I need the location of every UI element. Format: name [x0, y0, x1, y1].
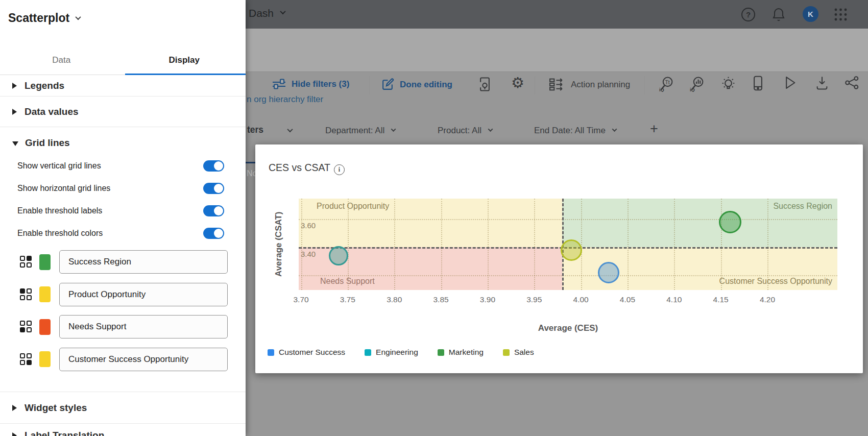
- done-editing-button[interactable]: Done editing: [381, 78, 452, 91]
- toggle-switch[interactable]: [203, 183, 224, 194]
- section-label: Legends: [25, 80, 64, 91]
- toggle-switch[interactable]: [203, 205, 224, 216]
- vertical-gridline: [581, 199, 582, 290]
- quadrant-cell: [27, 256, 32, 261]
- tab-data[interactable]: Data: [0, 46, 123, 75]
- bubble-engineering[interactable]: [329, 246, 348, 265]
- svg-text:iQ: iQ: [690, 87, 695, 92]
- region-color-swatch[interactable]: [39, 286, 51, 302]
- toggle-knob: [214, 206, 223, 215]
- hide-filters-button[interactable]: Hide filters (3): [272, 78, 349, 90]
- region-row: [0, 348, 246, 371]
- user-avatar[interactable]: K: [803, 6, 818, 22]
- horizontal-gridline: [299, 275, 837, 276]
- legend-item[interactable]: Marketing: [438, 348, 484, 357]
- lightbulb-icon[interactable]: [721, 76, 736, 91]
- info-icon[interactable]: i: [334, 164, 345, 175]
- quadrant-position-icon[interactable]: [20, 321, 32, 333]
- filters-menu-fragment[interactable]: ters: [247, 125, 292, 135]
- edit-pencil-icon: [381, 78, 394, 91]
- bubble-customer-success[interactable]: [598, 262, 619, 283]
- quadrant-position-icon[interactable]: [20, 288, 32, 301]
- region-name-input[interactable]: [59, 315, 228, 338]
- dashboard-name: Dash: [249, 7, 274, 19]
- filter-dropdown[interactable]: Product: All: [438, 126, 492, 136]
- y-tick-label: 3.40: [301, 250, 316, 258]
- quadrant-cell: [20, 288, 25, 294]
- quadrant-position-icon[interactable]: [20, 353, 32, 366]
- page-insights-icon[interactable]: [479, 77, 491, 91]
- done-editing-label: Done editing: [400, 80, 452, 90]
- legend-label: Engineering: [376, 348, 418, 357]
- vertical-gridline: [534, 199, 535, 290]
- org-hierarchy-filter-link[interactable]: n org hierarchy filter: [247, 94, 323, 105]
- download-icon[interactable]: [815, 76, 829, 90]
- widget-type-menu[interactable]: Scatterplot: [8, 11, 80, 25]
- share-icon[interactable]: [845, 76, 859, 89]
- region-name-input[interactable]: [59, 250, 228, 274]
- region-color-swatch[interactable]: [39, 319, 51, 335]
- x-tick-label: 3.75: [340, 295, 355, 304]
- app-grid-icon[interactable]: [834, 8, 848, 23]
- quadrant-cell: [20, 360, 25, 365]
- toggle-label: Enable threshold labels: [17, 206, 102, 215]
- quadrant-cell: [20, 353, 25, 358]
- settings-gear-icon[interactable]: ⚙: [511, 76, 524, 90]
- section-label-translation[interactable]: Label Translation: [0, 430, 246, 436]
- collapsed-arrow-icon: [12, 432, 17, 436]
- section-legends[interactable]: Legends: [0, 75, 246, 96]
- toggle-switch[interactable]: [203, 160, 224, 172]
- play-icon[interactable]: [784, 76, 796, 90]
- action-planning-icon: [549, 78, 565, 91]
- legend-swatch: [438, 349, 444, 356]
- hidden-text-fragment: No: [247, 169, 255, 178]
- vertical-gridline: [674, 199, 675, 290]
- dashboard-name-menu[interactable]: Dash: [249, 7, 285, 19]
- horizontal-gridline: [299, 219, 837, 220]
- section-widget-styles[interactable]: Widget styles: [0, 397, 246, 419]
- action-planning-button[interactable]: Action planning: [549, 78, 630, 91]
- section-data-values[interactable]: Data values: [0, 96, 246, 127]
- x-axis-title: Average (CES): [299, 323, 837, 333]
- filter-dropdown[interactable]: Department: All: [325, 126, 395, 136]
- filter-dropdown[interactable]: End Date: All Time: [534, 126, 616, 136]
- help-icon[interactable]: ?: [741, 8, 755, 21]
- quadrant-cell: [27, 295, 32, 300]
- y-axis-title: Average (CSAT): [274, 199, 284, 290]
- quadrant-label: Product Opportunity: [317, 202, 389, 211]
- divider: [0, 423, 246, 424]
- toggle-switch[interactable]: [203, 228, 224, 239]
- legend-item[interactable]: Engineering: [365, 348, 418, 357]
- region-color-swatch[interactable]: [39, 254, 51, 270]
- bubble-marketing[interactable]: [719, 211, 741, 233]
- tab-display[interactable]: Display: [123, 46, 246, 75]
- action-planning-label: Action planning: [571, 80, 630, 90]
- quadrant-cell: [27, 262, 32, 268]
- avatar-initial: K: [808, 10, 813, 18]
- bubble-sales[interactable]: [561, 239, 582, 261]
- section-label: Label Translation: [25, 430, 104, 436]
- legend-item[interactable]: Customer Success: [268, 348, 345, 357]
- expanded-arrow-icon: [12, 141, 18, 146]
- quadrant-position-icon[interactable]: [20, 256, 32, 268]
- region-row: [0, 250, 246, 274]
- help-glyph: ?: [746, 10, 751, 19]
- section-grid-lines[interactable]: Grid lines: [0, 130, 246, 156]
- legend-swatch: [503, 349, 510, 356]
- quadrant-cell: [20, 295, 25, 300]
- x-tick-label: 4.15: [713, 295, 729, 304]
- y-tick-label: 3.60: [301, 221, 316, 230]
- add-filter-button[interactable]: +: [650, 121, 658, 137]
- collapsed-arrow-icon: [12, 109, 17, 115]
- mobile-preview-icon[interactable]: [753, 76, 763, 91]
- x-tick-label: 4.00: [573, 295, 589, 304]
- legend-item[interactable]: Sales: [503, 348, 534, 357]
- region-name-input[interactable]: [59, 283, 228, 306]
- legend-swatch: [268, 349, 274, 356]
- panel-title: Scatterplot: [8, 11, 69, 25]
- stats-iq-icon[interactable]: iQ: [689, 76, 705, 92]
- region-color-swatch[interactable]: [39, 351, 51, 367]
- text-iq-icon[interactable]: TtiQ: [659, 76, 674, 92]
- notifications-bell-icon[interactable]: [771, 7, 786, 23]
- region-name-input[interactable]: [59, 348, 228, 371]
